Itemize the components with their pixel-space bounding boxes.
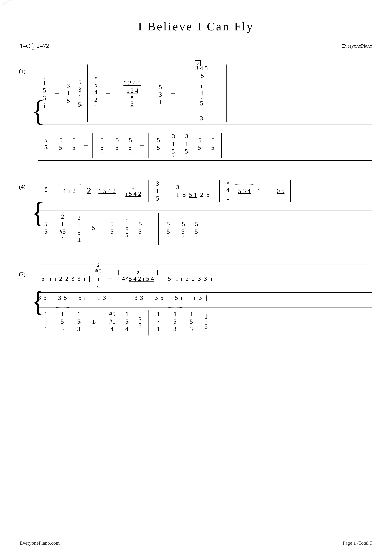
bass-cell-1: 5· 5· · ·	[38, 136, 54, 154]
beamed-2-1: 1 5 4 2	[94, 187, 120, 195]
rest-2-2: −	[165, 186, 175, 196]
barline-bass-3	[221, 133, 222, 158]
bass3-cell-6: 1 5· 4· ·	[120, 310, 134, 335]
note-cell-5: · 5 3 i	[154, 81, 167, 106]
bass-cell-7: 5· 5· ·	[150, 136, 167, 154]
barline-2-2	[219, 180, 220, 202]
barline-b3-1	[102, 310, 102, 335]
treble2-cell-5: # 4 1	[221, 181, 234, 201]
t3-sep: |	[87, 275, 92, 282]
tempo-label: ♩=72	[37, 42, 49, 49]
bass2-cell-7: 5 5· ·	[134, 220, 147, 238]
subtitle-row: 1=C 4 4 ♩=72 EveryonePiano	[20, 40, 372, 52]
key-label: 1=C	[20, 42, 30, 49]
bass2-cell-1: 5· 5· ·	[38, 220, 54, 238]
barline-b3-3	[215, 310, 215, 335]
bass-staff-1: 5· 5· · · 5 5· · 5 5· · − 5· 5· ·	[38, 130, 372, 160]
system-number-2: (4)	[19, 184, 26, 190]
system-1: (1) { · i 5 3 i − 3 1 5 5 3 1	[20, 62, 372, 161]
bass2-cell-5: 5· 5· ·	[104, 220, 120, 238]
bass-cell-9: 3 1 5· ·	[180, 133, 193, 158]
note-cell-4: # 5 4 2 1	[89, 76, 102, 111]
treble-staff-2: # 5 4i2 2̄ 1 5 4 2 #i 5 4 2	[38, 177, 372, 205]
barline-bass-1	[92, 133, 92, 158]
staff-gap-2	[20, 205, 372, 210]
barline-b2-1	[102, 213, 102, 245]
bass3-cell-3: 1 5· 3· ·	[71, 310, 87, 335]
bass3-cell-1: 1· · 1· ·	[38, 310, 54, 335]
bass-cell-8: 3 1 5· ·	[167, 133, 180, 158]
bass3-cell-4: 1· ·	[87, 318, 100, 328]
rest-cell-3: −	[167, 88, 178, 98]
treble-sub-3: 33 35 5i 13 | 33 35 5i i·3 |	[38, 293, 372, 303]
rest-cell-2: −	[102, 88, 114, 98]
note-4: 4	[254, 187, 262, 195]
bass3-cell-7: 5· 5· ·	[134, 314, 147, 332]
beamed-2-2: #i 5 4 2	[120, 185, 147, 198]
bass3-cell-11: 1· · 5· ·	[200, 313, 213, 333]
bass2-cell-4: 5· ·	[87, 224, 100, 234]
treble2-cell-2: 4i2	[54, 187, 84, 195]
barline-b2-3	[215, 213, 215, 245]
bass3-cell-10: 1 5· 3· ·	[183, 310, 200, 335]
rest-2-3: −	[262, 186, 272, 196]
t3-cell-1: 5	[38, 275, 48, 283]
footer-page: Page 1 /Total 5	[343, 540, 372, 546]
watermark: EOP	[2, 0, 12, 7]
bass-staff-2: 5· 5· · 2 i #5 4· · 2 1 5 4 5· ·	[38, 210, 372, 248]
treble2-cell-3: 3 1 5	[150, 180, 165, 202]
rest-bass-2: −	[137, 140, 147, 150]
barline-b2-2	[158, 213, 159, 245]
bass3-cell-5: #5 #1 4· ·	[104, 310, 120, 335]
rest-cell-1: −	[51, 88, 63, 98]
barline-b3-2	[148, 310, 149, 335]
treble-staff-1: · i 5 3 i − 3 1 5 5 3 1 5· #	[38, 62, 372, 125]
barline-2-1	[148, 180, 148, 202]
rest-b2-2: −	[203, 224, 213, 234]
barline-0-5: 0 5	[272, 187, 289, 195]
title: I Believe I Can Fly	[20, 20, 372, 33]
beamed-cell-1: 1 2 4 5 i 2 4#5	[114, 79, 150, 107]
barline-2	[152, 64, 152, 122]
treble2-cell-4: 31 5 5 1 2 5	[175, 184, 218, 199]
treble-staff-3: 5 ii2233i | 2̈ #5 i 4 − 2̈ 4 #5 4	[38, 265, 372, 293]
bass-cell-11: 5 5· ·	[206, 136, 220, 154]
rest-b2-1: −	[147, 224, 157, 234]
bass3-cell-2: 1 5· 3· ·	[54, 310, 71, 335]
bass-cell-5: 5 5· ·	[111, 136, 124, 154]
barline-3-1	[163, 267, 163, 290]
bass2-cell-9: 5 5· ·	[177, 220, 190, 238]
barline-bass-2	[148, 133, 149, 158]
footer-website: EveryonePiano.com	[20, 540, 60, 546]
note-cell-3: 5 3 1 5·	[74, 78, 86, 108]
note-cell-2: 3 1 5	[63, 82, 74, 105]
treble2-cell-6: 5 3 4	[234, 187, 254, 195]
footer: EveryonePiano.com Page 1 /Total 5	[20, 540, 372, 546]
bass-cell-10: 5 5· ·	[193, 136, 206, 154]
bass2-cell-8: 5· 5· ·	[160, 220, 177, 238]
time-signature: 4 4	[32, 40, 35, 52]
note-cell: · i 5 3 i	[38, 77, 51, 109]
system-3: (7) { 5 ii2233i | 2̈ #5 i 4 −	[20, 265, 372, 338]
system-2: (4) { # 5 4i2 2̄ 1 5 4 2	[20, 177, 372, 248]
barline	[87, 64, 88, 122]
bass-staff-3: 1· · 1· · 1 5· 3· · 1 5· 3· · 1· ·	[38, 307, 372, 338]
staff-gap-3	[20, 303, 372, 307]
rest-3-1: −	[105, 274, 115, 284]
bass-cell-2: 5 5· ·	[54, 136, 68, 154]
staff-gap	[20, 125, 372, 130]
bass3-cell-8: 1· · 1· ·	[150, 310, 167, 335]
bass3-cell-9: 1 5· 3· ·	[167, 310, 183, 335]
bass2-cell-10: 5 5· ·	[190, 220, 203, 238]
bass-cell-3: 5 5· ·	[68, 136, 81, 154]
system-number-3: (7)	[19, 271, 26, 277]
barline-3-2	[216, 267, 216, 290]
publisher-label: EveryonePiano	[342, 43, 372, 49]
rest-2-1: 2̄	[84, 186, 94, 196]
triplet-cell: 3 3 4 5 5 · i i · 5 i 3	[178, 64, 224, 122]
page: EOP I Believe I Can Fly 1=C 4 4 ♩=72 Eve…	[0, 0, 392, 554]
barline-2-3	[290, 180, 291, 202]
bass2-cell-6: i 5 5· ·	[120, 216, 134, 242]
t3-cell-3: 2̈ #5 i 4	[92, 267, 105, 290]
t3-cell-2: ii2233i	[48, 275, 87, 283]
